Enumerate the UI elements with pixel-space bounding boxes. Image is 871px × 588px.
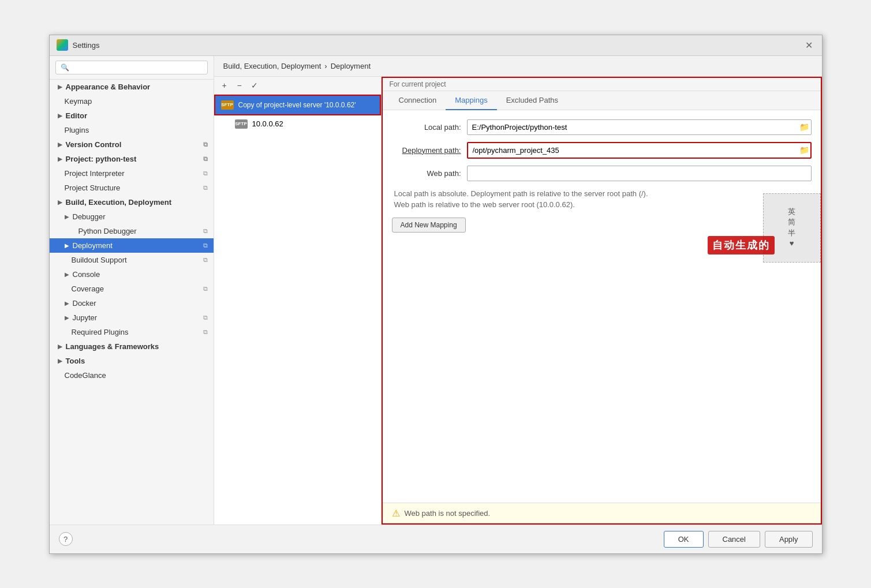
- cancel-button[interactable]: Cancel: [708, 531, 760, 548]
- local-path-label: Local path:: [392, 123, 467, 132]
- copy-icon: ⧉: [203, 256, 208, 264]
- expand-arrow: ▶: [65, 214, 69, 220]
- sidebar-label: Docker: [73, 299, 96, 308]
- web-path-input[interactable]: [467, 166, 812, 181]
- remove-server-button[interactable]: −: [233, 79, 246, 92]
- sidebar-label: Jupyter: [73, 313, 98, 322]
- titlebar: Settings ✕: [50, 35, 822, 56]
- apply-button[interactable]: Apply: [765, 531, 813, 548]
- deployment-path-row: Deployment path: 📁: [392, 142, 812, 159]
- breadcrumb-sep: ›: [324, 62, 327, 70]
- sidebar-label: Project Interpreter: [65, 169, 125, 178]
- sidebar-item-console[interactable]: ▶ Console: [50, 267, 214, 282]
- tab-connection[interactable]: Connection: [390, 91, 446, 110]
- sidebar-item-keymap[interactable]: Keymap: [50, 94, 214, 108]
- expand-arrow: ▶: [65, 271, 69, 278]
- sidebar-label: Debugger: [73, 212, 106, 221]
- local-path-input[interactable]: [467, 119, 812, 135]
- sidebar-item-project[interactable]: ▶ Project: python-test ⧉: [50, 152, 214, 166]
- sidebar-label: Project: python-test: [66, 155, 137, 163]
- sidebar-item-debugger[interactable]: ▶ Debugger: [50, 209, 214, 224]
- deployment-path-folder-button[interactable]: 📁: [799, 145, 809, 155]
- sidebar-item-python-debugger[interactable]: Python Debugger ⧉: [50, 224, 214, 238]
- footer: ? OK Cancel Apply: [50, 525, 822, 553]
- expand-arrow: ▶: [58, 156, 62, 162]
- ok-button[interactable]: OK: [664, 531, 704, 548]
- sidebar-item-appearance[interactable]: ▶ Appearance & Behavior: [50, 80, 214, 94]
- expand-arrow: ▶: [58, 358, 62, 364]
- sidebar-item-tools[interactable]: ▶ Tools: [50, 354, 214, 368]
- search-input[interactable]: [55, 61, 208, 74]
- sidebar-item-docker[interactable]: ▶ Docker: [50, 296, 214, 310]
- deployment-path-input[interactable]: [467, 142, 812, 159]
- sidebar-label: Appearance & Behavior: [66, 83, 151, 91]
- sidebar-label: Keymap: [65, 97, 92, 106]
- local-path-row: Local path: 📁: [392, 119, 812, 135]
- sidebar-label: Build, Execution, Deployment: [66, 198, 171, 207]
- sftp-icon-2: SFTP: [235, 119, 248, 129]
- local-path-folder-button[interactable]: 📁: [799, 122, 809, 132]
- expand-arrow: ▶: [65, 314, 69, 321]
- sidebar-item-project-structure[interactable]: Project Structure ⧉: [50, 181, 214, 195]
- copy-icon: ⧉: [203, 314, 208, 321]
- deployment-path-input-wrap: 📁: [467, 142, 812, 159]
- sidebar-item-coverage[interactable]: Coverage ⧉: [50, 282, 214, 296]
- sftp-icon: SFTP: [221, 100, 234, 110]
- close-button[interactable]: ✕: [803, 39, 815, 51]
- breadcrumb: Build, Execution, Deployment › Deploymen…: [214, 56, 822, 77]
- sidebar-label: Editor: [66, 111, 88, 120]
- sidebar-item-buildout[interactable]: Buildout Support ⧉: [50, 253, 214, 267]
- sidebar-item-editor[interactable]: ▶ Editor: [50, 108, 214, 123]
- sidebar-label: Project Structure: [65, 183, 121, 192]
- server-item-2[interactable]: SFTP 10.0.0.62: [214, 115, 381, 133]
- sidebar-label: Required Plugins: [72, 328, 129, 336]
- check-server-button[interactable]: ✓: [248, 79, 261, 92]
- sidebar-item-build-exec[interactable]: ▶ Build, Execution, Deployment: [50, 195, 214, 209]
- expand-arrow: ▶: [58, 84, 62, 90]
- local-path-input-wrap: 📁: [467, 119, 812, 135]
- copy-icon: ⧉: [203, 141, 208, 148]
- warning-text: Web path is not specified.: [405, 509, 491, 518]
- sidebar-item-deployment[interactable]: ▶ Deployment ⧉: [50, 238, 214, 253]
- sidebar-label: Plugins: [65, 126, 89, 134]
- copy-icon: ⧉: [203, 184, 208, 192]
- add-new-mapping-button[interactable]: Add New Mapping: [392, 218, 466, 233]
- detail-panel: For current project Connection Mappings …: [382, 77, 822, 525]
- sidebar-item-required-plugins[interactable]: Required Plugins ⧉: [50, 325, 214, 339]
- web-path-row: Web path:: [392, 166, 812, 181]
- add-server-button[interactable]: +: [218, 79, 231, 92]
- copy-icon: ⧉: [203, 328, 208, 336]
- sidebar-item-jupyter[interactable]: ▶ Jupyter ⧉: [50, 310, 214, 325]
- server-toolbar: + − ✓: [214, 77, 381, 95]
- copy-icon: ⧉: [203, 242, 208, 249]
- expand-arrow: ▶: [58, 141, 62, 148]
- sidebar-label: Coverage: [72, 284, 104, 293]
- sidebar-item-version-control[interactable]: ▶ Version Control ⧉: [50, 137, 214, 152]
- tab-excluded-paths[interactable]: Excluded Paths: [497, 91, 567, 110]
- mappings-content: Local path: 📁 Deployment path:: [383, 110, 821, 503]
- expand-arrow: ▶: [58, 199, 62, 205]
- app-icon: [57, 39, 68, 51]
- sidebar-item-plugins[interactable]: Plugins: [50, 123, 214, 137]
- sidebar-item-project-interpreter[interactable]: Project Interpreter ⧉: [50, 166, 214, 181]
- breadcrumb-part1: Build, Execution, Deployment: [223, 62, 322, 70]
- web-path-label: Web path:: [392, 169, 467, 178]
- sidebar-item-codeglance[interactable]: CodeGlance: [50, 368, 214, 383]
- help-button[interactable]: ?: [59, 532, 73, 546]
- sidebar-label: Console: [73, 270, 100, 279]
- main-area: Build, Execution, Deployment › Deploymen…: [214, 56, 822, 525]
- tabs: Connection Mappings Excluded Paths: [383, 91, 821, 110]
- server-item-selected[interactable]: SFTP Copy of project-level server '10.0.…: [214, 95, 381, 115]
- sidebar-label: Languages & Frameworks: [66, 342, 159, 351]
- info-text: Local path is absolute. Deployment path …: [392, 188, 812, 211]
- breadcrumb-part2: Deployment: [331, 62, 371, 70]
- sidebar-label: Tools: [66, 357, 85, 365]
- expand-arrow: ▶: [65, 300, 69, 306]
- watermark-text: 自动生成的: [708, 236, 775, 254]
- sidebar-item-languages[interactable]: ▶ Languages & Frameworks: [50, 339, 214, 354]
- sidebar: ▶ Appearance & Behavior Keymap ▶ Editor …: [50, 56, 214, 525]
- expand-arrow: ▶: [65, 242, 69, 249]
- sidebar-label: Version Control: [66, 140, 122, 149]
- warning-icon: ⚠: [392, 508, 400, 519]
- tab-mappings[interactable]: Mappings: [446, 91, 496, 110]
